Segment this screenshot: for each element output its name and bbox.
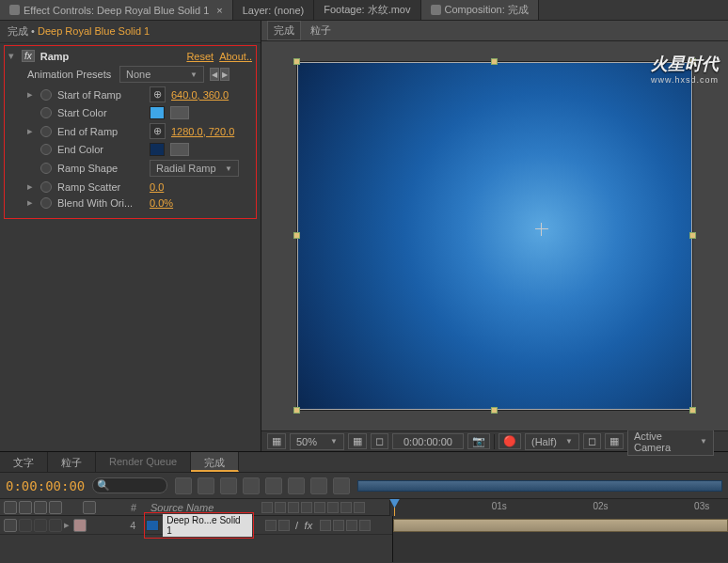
switch[interactable] bbox=[333, 520, 344, 531]
stopwatch-icon[interactable] bbox=[40, 181, 52, 193]
ramp-shape-dropdown[interactable]: Radial Ramp▼ bbox=[150, 160, 239, 177]
expand-icon[interactable]: ▸ bbox=[27, 180, 35, 193]
label-column-icon[interactable] bbox=[83, 501, 96, 514]
zoom-dropdown[interactable]: 50%▼ bbox=[290, 433, 344, 450]
stopwatch-icon[interactable] bbox=[40, 197, 52, 209]
lock-toggle[interactable] bbox=[49, 519, 62, 532]
position-picker-icon[interactable]: ⊕ bbox=[150, 86, 166, 102]
graph-editor-icon[interactable] bbox=[288, 477, 305, 494]
comp-btn-done[interactable]: 完成 bbox=[267, 21, 301, 40]
brainstorm-icon[interactable] bbox=[310, 477, 327, 494]
snapshot-icon[interactable]: 📷 bbox=[467, 433, 490, 449]
switch-icon[interactable] bbox=[314, 502, 325, 513]
layer-row[interactable]: ▸ 4 Deep Ro...e Solid 1 /fx bbox=[0, 516, 392, 535]
start-color-swatch[interactable] bbox=[150, 106, 165, 119]
transform-handle[interactable] bbox=[689, 58, 696, 65]
rendered-composition[interactable] bbox=[297, 62, 692, 410]
tab-text[interactable]: 文字 bbox=[0, 452, 48, 472]
ramp-scatter-value[interactable]: 0.0 bbox=[150, 181, 164, 193]
tab-particles[interactable]: 粒子 bbox=[48, 452, 96, 472]
start-ramp-value[interactable]: 640.0, 360.0 bbox=[171, 89, 229, 101]
video-column-icon[interactable] bbox=[4, 501, 17, 514]
next-icon[interactable]: ▶ bbox=[220, 68, 229, 81]
motion-blur-icon[interactable] bbox=[265, 477, 282, 494]
expand-icon[interactable]: ▸ bbox=[27, 196, 35, 209]
lock-column-icon[interactable] bbox=[49, 501, 62, 514]
tab-render-queue[interactable]: Render Queue bbox=[96, 452, 191, 472]
audio-column-icon[interactable] bbox=[19, 501, 32, 514]
transform-handle[interactable] bbox=[293, 58, 300, 65]
about-button[interactable]: About.. bbox=[219, 51, 252, 62]
frame-blend-icon[interactable] bbox=[243, 477, 260, 494]
fx-badge-icon[interactable]: fx bbox=[22, 50, 35, 62]
comp-btn-particles[interactable]: 粒子 bbox=[310, 23, 331, 38]
tab-composition[interactable]: Composition: 完成 bbox=[421, 0, 539, 20]
solo-toggle[interactable] bbox=[34, 519, 47, 532]
solo-column-icon[interactable] bbox=[34, 501, 47, 514]
auto-keyframe-icon[interactable] bbox=[333, 477, 350, 494]
switch[interactable] bbox=[346, 520, 357, 531]
switch-icon[interactable] bbox=[301, 502, 312, 513]
transform-handle[interactable] bbox=[689, 407, 696, 414]
transform-handle[interactable] bbox=[293, 232, 300, 239]
breadcrumb-comp[interactable]: 完成 bbox=[8, 25, 28, 37]
switch-icon[interactable] bbox=[288, 502, 299, 513]
preset-dropdown[interactable]: None▼ bbox=[119, 66, 204, 83]
position-picker-icon[interactable]: ⊕ bbox=[150, 123, 166, 139]
blend-value[interactable]: 0.0% bbox=[150, 197, 173, 209]
switch[interactable] bbox=[320, 520, 331, 531]
collapse-toggle[interactable]: ▾ bbox=[8, 50, 16, 62]
eyedropper-icon[interactable] bbox=[170, 143, 189, 156]
transform-handle[interactable] bbox=[689, 232, 696, 239]
draft-3d-icon[interactable] bbox=[198, 477, 214, 494]
eyedropper-icon[interactable] bbox=[170, 106, 189, 119]
switch-icon[interactable] bbox=[354, 502, 365, 513]
transform-handle[interactable] bbox=[293, 407, 300, 414]
alpha-toggle-icon[interactable]: ▦ bbox=[267, 433, 286, 449]
stopwatch-icon[interactable] bbox=[40, 107, 52, 118]
reset-button[interactable]: Reset bbox=[186, 51, 214, 62]
grid-icon[interactable]: ▦ bbox=[348, 433, 367, 449]
layer-duration-bar[interactable] bbox=[393, 519, 728, 532]
tab-footage[interactable]: Footage: 水纹.mov bbox=[314, 0, 420, 20]
shy-icon[interactable] bbox=[220, 477, 237, 494]
layer-name[interactable]: Deep Ro...e Solid 1 bbox=[163, 514, 251, 537]
switch-icon[interactable] bbox=[340, 502, 352, 513]
transform-handle[interactable] bbox=[491, 58, 498, 65]
stopwatch-icon[interactable] bbox=[40, 144, 52, 155]
tab-effect-controls[interactable]: Effect Controls: Deep Royal Blue Solid 1… bbox=[0, 0, 233, 20]
roi-icon[interactable]: ◻ bbox=[583, 433, 601, 449]
time-navigator[interactable] bbox=[357, 473, 722, 499]
switch-icon[interactable] bbox=[275, 502, 286, 513]
channel-icon[interactable]: 🔴 bbox=[499, 433, 521, 449]
composition-viewer[interactable]: 火星时代 www.hxsd.com bbox=[261, 41, 728, 430]
stopwatch-icon[interactable] bbox=[40, 89, 52, 101]
switch[interactable] bbox=[359, 520, 371, 531]
mask-icon[interactable]: ◻ bbox=[371, 433, 388, 449]
transform-handle[interactable] bbox=[491, 407, 498, 414]
audio-toggle[interactable] bbox=[19, 519, 32, 532]
stopwatch-icon[interactable] bbox=[40, 126, 52, 137]
timecode-display[interactable]: 0:00:00:00 bbox=[392, 433, 464, 449]
tab-done[interactable]: 完成 bbox=[191, 452, 239, 472]
transparency-grid-icon[interactable]: ▦ bbox=[605, 433, 624, 449]
tab-layer[interactable]: Layer: (none) bbox=[233, 0, 314, 20]
stopwatch-icon[interactable] bbox=[40, 163, 52, 174]
timeline-track-area[interactable] bbox=[393, 516, 728, 562]
switch-icon[interactable] bbox=[327, 502, 339, 513]
prev-icon[interactable]: ◀ bbox=[210, 68, 219, 81]
current-time[interactable]: 0:00:00:00 bbox=[6, 478, 85, 493]
search-input[interactable]: 🔍 bbox=[92, 477, 167, 493]
switch-icon[interactable] bbox=[261, 502, 273, 513]
time-ruler[interactable]: 01s 02s 03s bbox=[389, 499, 728, 516]
end-color-swatch[interactable] bbox=[150, 143, 165, 156]
expand-icon[interactable]: ▸ bbox=[64, 519, 71, 531]
view-dropdown[interactable]: Active Camera▼ bbox=[627, 428, 714, 456]
video-toggle[interactable] bbox=[4, 519, 17, 532]
switch[interactable] bbox=[265, 520, 277, 531]
breadcrumb-layer[interactable]: Deep Royal Blue Solid 1 bbox=[38, 25, 150, 37]
expand-icon[interactable]: ▸ bbox=[27, 88, 35, 101]
effect-name[interactable]: Ramp bbox=[40, 51, 70, 62]
expand-icon[interactable]: ▸ bbox=[27, 125, 35, 137]
switch[interactable] bbox=[278, 520, 290, 531]
